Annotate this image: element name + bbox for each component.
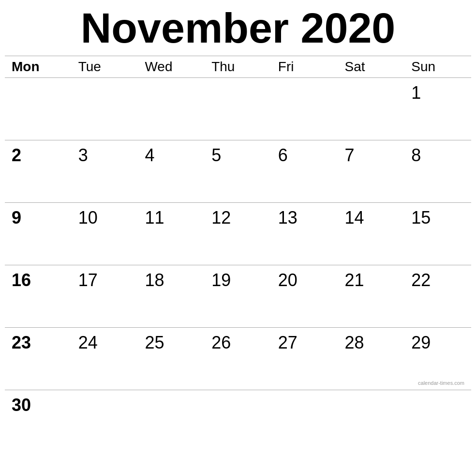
day-header-sat: Sat xyxy=(338,59,405,75)
day-cell: 16 xyxy=(5,265,72,327)
day-cell: 23 xyxy=(5,328,72,390)
day-cell: 18 xyxy=(138,265,205,327)
day-cell: 25 xyxy=(138,328,205,390)
day-cell xyxy=(338,390,405,452)
day-cell: 11 xyxy=(138,203,205,265)
day-cell xyxy=(72,390,138,452)
week-row-6: 30 xyxy=(5,390,471,452)
day-cell: 30 xyxy=(5,390,72,452)
weeks: 1234567891011121314151617181920212223242… xyxy=(5,78,471,452)
day-cell: 26 xyxy=(205,328,271,390)
day-cell: 13 xyxy=(271,203,338,265)
day-cell: 3 xyxy=(72,140,138,202)
day-header-wed: Wed xyxy=(138,59,205,75)
week-row-4: 16171819202122 xyxy=(5,265,471,328)
day-cell: 4 xyxy=(138,140,205,202)
day-headers: MonTueWedThuFriSatSun xyxy=(5,56,471,78)
week-row-5: 23242526272829calendar-times.com xyxy=(5,328,471,390)
calendar-container: November 2020 MonTueWedThuFriSatSun 1234… xyxy=(0,0,476,457)
day-cell: 21 xyxy=(338,265,405,327)
day-cell xyxy=(5,78,72,140)
day-cell xyxy=(138,390,205,452)
day-cell xyxy=(205,390,271,452)
day-header-tue: Tue xyxy=(72,59,138,75)
day-cell xyxy=(271,390,338,452)
day-cell: 17 xyxy=(72,265,138,327)
calendar-title: November 2020 xyxy=(5,0,471,56)
day-cell: 6 xyxy=(271,140,338,202)
day-cell: 2 xyxy=(5,140,72,202)
day-cell: 28 xyxy=(338,328,405,390)
week-row-1: 1 xyxy=(5,78,471,140)
day-cell: 10 xyxy=(72,203,138,265)
day-cell: 27 xyxy=(271,328,338,390)
day-cell: 8 xyxy=(404,140,471,202)
day-header-sun: Sun xyxy=(404,59,471,75)
day-cell: 1 xyxy=(404,78,471,140)
week-row-2: 2345678 xyxy=(5,140,471,203)
day-cell xyxy=(338,78,405,140)
day-cell: 22 xyxy=(404,265,471,327)
day-header-mon: Mon xyxy=(5,59,72,75)
day-cell: 20 xyxy=(271,265,338,327)
day-header-thu: Thu xyxy=(205,59,271,75)
calendar-grid: MonTueWedThuFriSatSun 123456789101112131… xyxy=(5,56,471,452)
day-cell xyxy=(72,78,138,140)
day-cell: 5 xyxy=(205,140,271,202)
day-cell xyxy=(138,78,205,140)
day-cell: 7 xyxy=(338,140,405,202)
day-cell: 15 xyxy=(404,203,471,265)
day-cell: 9 xyxy=(5,203,72,265)
week-row-3: 9101112131415 xyxy=(5,203,471,265)
day-cell: 12 xyxy=(205,203,271,265)
day-header-fri: Fri xyxy=(271,59,338,75)
day-cell: 24 xyxy=(72,328,138,390)
day-cell: 14 xyxy=(338,203,405,265)
day-cell xyxy=(205,78,271,140)
day-cell xyxy=(271,78,338,140)
watermark: calendar-times.com xyxy=(418,380,464,386)
day-cell: 19 xyxy=(205,265,271,327)
day-cell xyxy=(404,390,471,452)
